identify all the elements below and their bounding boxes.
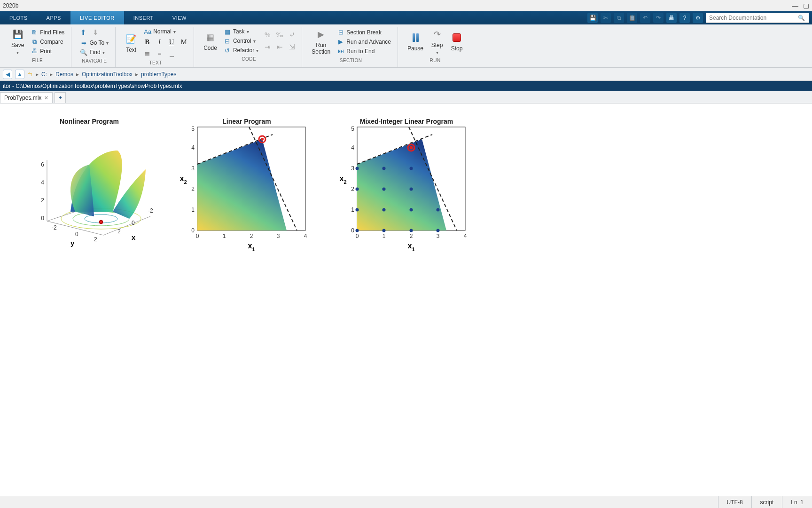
svg-point-40 bbox=[383, 208, 386, 212]
control-button[interactable]: ⊟Control bbox=[222, 37, 260, 45]
preferences-icon[interactable]: ⚙ bbox=[693, 13, 703, 23]
tab-live-editor[interactable]: LIVE EDITOR bbox=[70, 11, 124, 24]
italic-button[interactable]: I bbox=[154, 37, 164, 47]
svg-point-50 bbox=[410, 146, 413, 150]
crumb-problemtypes[interactable]: problemTypes bbox=[141, 71, 176, 78]
outdent-icon[interactable]: ⇤ bbox=[274, 42, 285, 52]
run-and-advance-button[interactable]: ▶Run and Advance bbox=[335, 38, 393, 46]
svg-text:2: 2 bbox=[94, 236, 97, 243]
run-section-button[interactable]: ▶ Run Section bbox=[309, 27, 333, 56]
back-icon[interactable]: ◀ bbox=[3, 70, 12, 79]
svg-point-44 bbox=[383, 188, 386, 191]
numbered-list-icon[interactable]: ≡ bbox=[154, 48, 164, 58]
control-icon: ⊟ bbox=[224, 37, 231, 45]
run-end-icon: ⏭ bbox=[337, 48, 344, 55]
window-title: 2020b bbox=[3, 2, 18, 9]
step-button[interactable]: ↷ Step bbox=[428, 27, 446, 56]
monospace-button[interactable]: M bbox=[179, 37, 189, 47]
svg-text:6: 6 bbox=[41, 161, 44, 168]
svg-point-45 bbox=[410, 188, 413, 191]
tab-plots[interactable]: PLOTS bbox=[0, 11, 37, 24]
svg-text:4: 4 bbox=[191, 144, 195, 151]
section-break-button[interactable]: ⊟Section Break bbox=[335, 28, 393, 37]
pause-button[interactable]: Pause bbox=[405, 31, 426, 53]
figure-nonlinear: Nonlinear Program bbox=[19, 118, 160, 249]
goto-button[interactable]: ➡Go To bbox=[78, 39, 110, 47]
align-icon[interactable]: ⎯ bbox=[166, 48, 177, 58]
svg-point-19 bbox=[261, 138, 264, 141]
group-code: ▦ Code ▦Task ⊟Control ↺Refactor %‰⤶ ⇥⇤⇲ … bbox=[196, 27, 302, 67]
add-tab-button[interactable]: + bbox=[55, 92, 66, 103]
goto-icon: ➡ bbox=[80, 39, 87, 47]
tab-insert[interactable]: INSERT bbox=[124, 11, 163, 24]
minimize-icon[interactable]: — bbox=[792, 2, 798, 9]
paste-icon[interactable]: 📋 bbox=[627, 13, 637, 23]
help-icon[interactable]: ? bbox=[679, 13, 690, 23]
search-icon[interactable]: 🔍 bbox=[796, 15, 807, 21]
search-documentation[interactable]: 🔍 bbox=[706, 13, 809, 23]
indent-icon[interactable]: ⇥ bbox=[262, 42, 273, 52]
svg-point-41 bbox=[410, 208, 413, 212]
ribbon-toolstrip: 💾 Save 🗎Find Files ⧉Compare 🖶Print FILE … bbox=[0, 24, 812, 68]
figure-linear: Linear Program bbox=[174, 118, 320, 254]
figure-title-linear: Linear Program bbox=[174, 118, 320, 125]
compare-button[interactable]: ⧉Compare bbox=[29, 38, 66, 46]
crumb-toolbox[interactable]: OptimizationToolbox bbox=[82, 71, 133, 78]
nav-up-icon[interactable]: ⬆ bbox=[78, 27, 88, 38]
svg-text:5: 5 bbox=[351, 126, 354, 132]
refactor-button[interactable]: ↺Refactor bbox=[222, 46, 260, 55]
crumb-drive[interactable]: C: bbox=[41, 71, 47, 78]
undo-icon[interactable]: ↶ bbox=[640, 13, 650, 23]
maximize-icon[interactable]: ▢ bbox=[803, 2, 809, 9]
print-button[interactable]: 🖶Print bbox=[29, 47, 66, 56]
text-button[interactable]: 📝 Text bbox=[122, 32, 140, 54]
svg-text:4: 4 bbox=[351, 144, 354, 151]
task-button[interactable]: ▦Task bbox=[222, 27, 260, 36]
group-run: Pause ↷ Step Stop RUN bbox=[400, 27, 470, 67]
task-icon: ▦ bbox=[224, 28, 231, 35]
tab-apps[interactable]: APPS bbox=[37, 11, 70, 24]
uncomment-icon[interactable]: ‰ bbox=[274, 30, 285, 40]
redo-icon[interactable]: ↷ bbox=[653, 13, 664, 23]
nav-down-icon[interactable]: ⬇ bbox=[90, 27, 101, 38]
find-files-button[interactable]: 🗎Find Files bbox=[29, 28, 66, 37]
tab-view[interactable]: VIEW bbox=[163, 11, 196, 24]
smart-indent-icon[interactable]: ⇲ bbox=[287, 42, 297, 52]
main-tabstrip: PLOTS APPS LIVE EDITOR INSERT VIEW 💾 ✂ ⧉… bbox=[0, 11, 812, 24]
copy-icon[interactable]: ⧉ bbox=[614, 13, 624, 23]
file-tab-probtypes[interactable]: ProbTypes.mlx ✕ bbox=[0, 92, 53, 103]
svg-text:-2: -2 bbox=[148, 207, 153, 214]
svg-text:0: 0 bbox=[191, 227, 195, 234]
style-normal-dropdown[interactable]: AaNormal bbox=[142, 27, 189, 36]
svg-text:3: 3 bbox=[351, 165, 354, 172]
svg-point-48 bbox=[410, 167, 413, 170]
compare-icon: ⧉ bbox=[31, 38, 38, 46]
comment-icon[interactable]: % bbox=[262, 30, 273, 40]
svg-text:2: 2 bbox=[117, 228, 121, 235]
cut-icon[interactable]: ✂ bbox=[601, 13, 611, 23]
group-section: ▶ Run Section ⊟Section Break ▶Run and Ad… bbox=[304, 27, 398, 67]
code-button[interactable]: ▦ Code bbox=[201, 30, 220, 52]
group-label-navigate: NAVIGATE bbox=[82, 58, 107, 64]
crumb-demos[interactable]: Demos bbox=[55, 71, 73, 78]
search-input[interactable] bbox=[706, 14, 796, 22]
close-tab-icon[interactable]: ✕ bbox=[44, 95, 48, 101]
wrap-icon[interactable]: ⤶ bbox=[287, 30, 297, 40]
svg-point-47 bbox=[383, 167, 386, 170]
underline-button[interactable]: U bbox=[166, 37, 177, 47]
svg-point-3 bbox=[99, 220, 103, 224]
run-to-end-button[interactable]: ⏭Run to End bbox=[335, 47, 393, 56]
text-icon: 📝 bbox=[125, 33, 137, 45]
stop-button[interactable]: Stop bbox=[448, 31, 466, 53]
bold-button[interactable]: B bbox=[142, 37, 152, 47]
figure-title-nonlinear: Nonlinear Program bbox=[19, 118, 160, 125]
find-button[interactable]: 🔍Find bbox=[78, 48, 110, 56]
xlabel-nonlinear: x bbox=[132, 233, 136, 241]
print-qat-icon[interactable]: 🖶 bbox=[666, 13, 677, 23]
up-folder-icon[interactable]: ▲ bbox=[15, 70, 24, 79]
svg-text:0: 0 bbox=[196, 233, 199, 239]
bullet-list-icon[interactable]: ≣ bbox=[142, 48, 152, 58]
save-qat-icon[interactable]: 💾 bbox=[587, 13, 598, 23]
save-button[interactable]: 💾 Save bbox=[8, 27, 27, 56]
folder-icon[interactable]: 🗀 bbox=[27, 71, 33, 78]
